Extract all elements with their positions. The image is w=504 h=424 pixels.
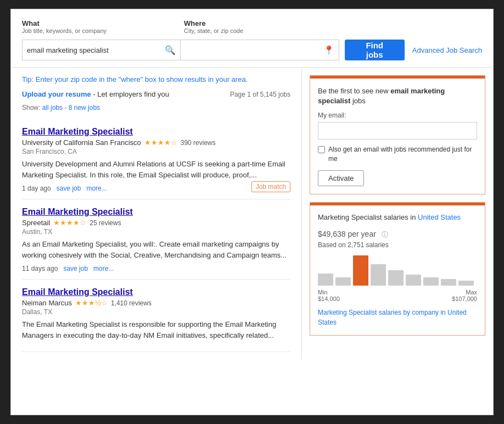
stars-1: ★★★★☆	[144, 138, 177, 147]
company-row-1: University of California San Francisco ★…	[22, 138, 290, 147]
bar-4	[371, 264, 386, 286]
search-icon[interactable]: 🔍	[165, 45, 176, 55]
age-1: 1 day ago	[22, 185, 51, 192]
all-jobs-link[interactable]: all jobs	[42, 104, 63, 111]
salary-section-title: Marketing Specialist salaries in United …	[318, 213, 477, 221]
checkbox-row: Also get an email with jobs recommended …	[318, 145, 477, 164]
save-2[interactable]: save job	[63, 265, 88, 272]
where-input-wrap: 📍	[181, 40, 339, 60]
location-2: Austin, TX	[22, 228, 290, 236]
where-input[interactable]	[185, 46, 323, 54]
company-row-2: Spreetail ★★★★☆ 25 reviews	[22, 219, 290, 227]
stars-2: ★★★★☆	[53, 219, 86, 227]
desc-1: University Development and Alumni Relati…	[22, 159, 290, 180]
tip-text: Tip: Enter your zip code in the "where" …	[22, 75, 290, 83]
what-sublabel: Job title, keywords, or company	[22, 27, 184, 34]
company-name-1: University of California San Francisco	[22, 138, 141, 147]
search-bar: 🔍 📍 Find jobs Advanced Job Search	[22, 40, 482, 60]
desc-2: As an Email Marketing Specialist, you wi…	[22, 239, 290, 260]
email-label: My email:	[318, 111, 477, 119]
save-1[interactable]: save job	[57, 185, 81, 192]
salary-basis: Based on 2,751 salaries	[318, 241, 477, 249]
actions-2: 11 days ago save job more...	[22, 265, 290, 272]
bar-9	[458, 281, 474, 286]
where-sublabel: City, state, or zip code	[184, 27, 482, 34]
activate-button[interactable]: Activate	[318, 170, 364, 186]
salary-range: Min $14,000 Max $107,000	[318, 289, 477, 302]
desc-3: The Email Marketing Specialist is respon…	[22, 319, 290, 341]
new-jobs-link[interactable]: 8 new jobs	[69, 104, 100, 111]
salary-min: Min $14,000	[318, 289, 340, 302]
email-alert-section: Be the first to see new email marketing …	[310, 75, 485, 194]
show-label: Show:	[22, 104, 42, 111]
email-section-content: Be the first to see new email marketing …	[310, 79, 485, 194]
stars-3: ★★★½☆	[75, 299, 108, 307]
main-content: Tip: Enter your zip code in the "where" …	[11, 68, 493, 360]
company-name-2: Spreetail	[22, 219, 50, 227]
reviews-2: 25 reviews	[89, 219, 121, 227]
bar-3-active	[353, 255, 368, 286]
email-input[interactable]	[318, 122, 477, 140]
location-icon: 📍	[323, 45, 334, 55]
salary-chart	[318, 255, 477, 286]
salary-link[interactable]: Marketing Specialist salaries by company…	[318, 309, 467, 326]
show-separator: -	[63, 104, 69, 111]
location-1: San Francisco, CA	[22, 148, 290, 155]
bar-1	[318, 274, 333, 286]
bar-2	[335, 277, 351, 286]
reviews-1: 390 reviews	[181, 139, 216, 147]
find-jobs-button[interactable]: Find jobs	[345, 40, 405, 60]
salary-max: Max $107,000	[452, 289, 477, 302]
job-title-1[interactable]: Email Marketing Specialist	[22, 127, 290, 137]
email-section-title: Be the first to see new email marketing …	[318, 86, 477, 106]
more-2[interactable]: more...	[93, 265, 114, 272]
header: What Job title, keywords, or company Whe…	[11, 9, 493, 68]
bar-5	[388, 270, 404, 286]
what-input[interactable]	[27, 46, 165, 54]
age-2: 11 days ago	[22, 265, 58, 272]
right-panel: Be the first to see new email marketing …	[302, 68, 493, 360]
more-1[interactable]: more...	[86, 185, 107, 192]
location-3: Dallas, TX	[22, 308, 290, 316]
job-card-2: Email Marketing Specialist Spreetail ★★★…	[22, 199, 290, 280]
where-label: Where	[184, 19, 356, 27]
advanced-search-link[interactable]: Advanced Job Search	[412, 46, 482, 54]
actions-1: 1 day ago save job more... Job match	[22, 185, 290, 192]
salary-amount: $49,638 per year ⓘ	[318, 226, 477, 240]
job-title-3[interactable]: Email Marketing Specialist	[22, 287, 290, 297]
salary-section: Marketing Specialist salaries in United …	[310, 202, 485, 336]
job-title-2[interactable]: Email Marketing Specialist	[22, 207, 290, 217]
salary-info-icon: ⓘ	[382, 231, 388, 238]
bar-8	[441, 279, 456, 286]
job-card-1: Email Marketing Specialist University of…	[22, 119, 290, 199]
company-row-3: Neiman Marcus ★★★½☆ 1,410 reviews	[22, 299, 290, 307]
bar-6	[406, 275, 421, 286]
upload-row: Upload your resume - Let employers find …	[22, 90, 290, 98]
upload-resume-link[interactable]: Upload your resume	[22, 90, 91, 98]
salary-section-content: Marketing Specialist salaries in United …	[310, 205, 485, 335]
page-info: Page 1 of 5,145 jobs	[230, 91, 290, 98]
bar-7	[423, 277, 439, 286]
upload-text: - Let employers find you	[91, 90, 169, 98]
upload-area: Upload your resume - Let employers find …	[22, 90, 169, 98]
what-input-wrap: 🔍	[22, 40, 181, 60]
email-jobs-checkbox[interactable]	[318, 146, 325, 153]
checkbox-label: Also get an email with jobs recommended …	[328, 145, 477, 164]
what-label: What	[22, 19, 58, 27]
main-window: What Job title, keywords, or company Whe…	[10, 9, 494, 415]
reviews-3: 1,410 reviews	[111, 299, 152, 307]
job-card-3: Email Marketing Specialist Neiman Marcus…	[22, 280, 290, 352]
search-labels: What Job title, keywords, or company Whe…	[22, 19, 482, 37]
company-name-3: Neiman Marcus	[22, 299, 72, 307]
left-panel: Tip: Enter your zip code in the "where" …	[11, 68, 302, 360]
show-row: Show: all jobs - 8 new jobs	[22, 104, 290, 111]
job-match-badge-1: Job match	[251, 181, 290, 192]
